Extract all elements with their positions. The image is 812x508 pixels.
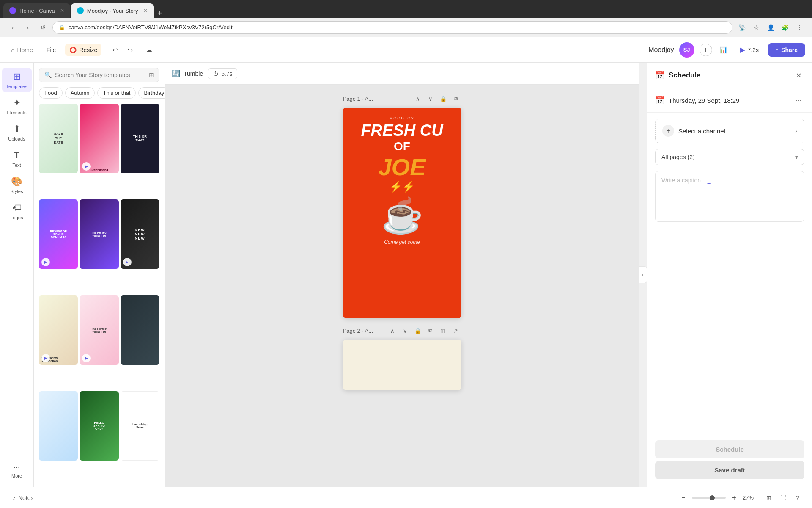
page-2-delete[interactable]: 🗑 bbox=[438, 325, 449, 336]
page-1-lock[interactable]: 🔒 bbox=[438, 93, 449, 104]
template-card-2[interactable]: Secondhand ▶ bbox=[80, 104, 118, 173]
hide-sidebar-toggle[interactable]: ‹ bbox=[639, 266, 647, 283]
refresh-button[interactable]: ↺ bbox=[37, 22, 49, 33]
tab-moodjoy[interactable]: Moodjoy - Your Story ✕ bbox=[71, 3, 154, 18]
forward-button[interactable]: › bbox=[22, 22, 34, 33]
play-button[interactable]: ▶ 7.2s bbox=[736, 43, 763, 56]
sidebar-item-text[interactable]: T Text bbox=[2, 146, 32, 171]
select-channel-button[interactable]: + Select a channel › bbox=[655, 119, 804, 143]
page-1-collapse[interactable]: ∨ bbox=[425, 93, 436, 104]
tab-home[interactable]: Home - Canva ✕ bbox=[3, 3, 70, 18]
schedule-button[interactable]: Schedule bbox=[655, 440, 804, 458]
page-2-expand[interactable]: ∧ bbox=[387, 325, 398, 336]
page-2-duplicate[interactable]: ⧉ bbox=[425, 325, 436, 336]
template-card-8[interactable]: The PerfectWhite Tee ▶ bbox=[80, 295, 118, 365]
schedule-panel: 📅 Schedule ✕ 📅 Thursday, 29 Sept, 18:29 … bbox=[647, 63, 812, 487]
save-button[interactable]: ☁ bbox=[142, 43, 156, 57]
resize-icon: ⭕ bbox=[69, 47, 77, 53]
search-bar[interactable]: 🔍 ⊞ bbox=[39, 68, 159, 82]
analytics-button[interactable]: 📊 bbox=[717, 43, 731, 57]
styles-icon: 🎨 bbox=[11, 176, 22, 187]
new-tab-button[interactable]: + bbox=[158, 9, 162, 18]
tag-food[interactable]: Food bbox=[39, 87, 63, 99]
play-badge-6: ▶ bbox=[123, 258, 132, 266]
template-card-12[interactable]: LaunchingSoon bbox=[121, 391, 159, 461]
resize-button[interactable]: ⭕ Resize bbox=[65, 44, 102, 56]
tab-close-home[interactable]: ✕ bbox=[60, 8, 64, 14]
tag-birthday[interactable]: Birthday bbox=[138, 87, 165, 99]
tool-name-display: 🔄 Tumble bbox=[172, 69, 203, 77]
sidebar-item-uploads[interactable]: ⬆ Uploads bbox=[2, 120, 32, 145]
template-card-5[interactable]: The PerfectWhite Tee bbox=[80, 199, 118, 269]
page-2-header: Page 2 - A... ∧ ∨ 🔒 ⧉ 🗑 ↗ bbox=[343, 325, 461, 336]
template-card-4[interactable]: REVIEW OFSONUSBONUM 10 ▶ bbox=[39, 199, 78, 269]
page-2-share[interactable]: ↗ bbox=[450, 325, 461, 336]
text-icon: T bbox=[14, 150, 19, 161]
template-card-1[interactable]: SAVETHEDATE bbox=[39, 104, 78, 173]
notes-button[interactable]: ♪ Notes bbox=[8, 492, 38, 504]
back-button[interactable]: ‹ bbox=[7, 22, 19, 33]
elements-icon: ✦ bbox=[13, 97, 21, 108]
zoom-slider[interactable] bbox=[692, 497, 726, 499]
template-card-7[interactable]: EyeshadowApplication ▶ bbox=[39, 295, 78, 365]
tag-autumn[interactable]: Autumn bbox=[65, 87, 95, 99]
address-bar[interactable]: 🔒 canva.com/design/DAFNVetRTV8/J1WoMZtkP… bbox=[52, 21, 732, 34]
channel-plus-icon: + bbox=[662, 125, 674, 137]
zoom-out-button[interactable]: − bbox=[678, 493, 689, 503]
template-card-10[interactable] bbox=[39, 391, 78, 461]
schedule-close-button[interactable]: ✕ bbox=[793, 69, 804, 81]
canvas-page-2[interactable] bbox=[343, 340, 461, 390]
page-1-expand[interactable]: ∧ bbox=[412, 93, 423, 104]
page-2-lock[interactable]: 🔒 bbox=[412, 325, 423, 336]
save-draft-button[interactable]: Save draft bbox=[655, 461, 804, 479]
template-card-9[interactable] bbox=[121, 295, 159, 365]
page-2-collapse[interactable]: ∨ bbox=[400, 325, 411, 336]
canvas-page-1[interactable]: MOODJOY FRESH CU OF JOE ⚡⚡ ☕ Come get so… bbox=[343, 108, 461, 318]
search-input[interactable] bbox=[55, 72, 145, 78]
fullscreen-button[interactable]: ⛶ bbox=[777, 492, 789, 504]
add-collaborator-button[interactable]: + bbox=[700, 44, 712, 56]
redo-button[interactable]: ↪ bbox=[123, 43, 137, 57]
help-button[interactable]: ? bbox=[792, 492, 804, 504]
page-2-controls: ∧ ∨ 🔒 ⧉ 🗑 ↗ bbox=[387, 325, 461, 336]
schedule-header-icon: 📅 bbox=[655, 71, 664, 80]
grid-view-button[interactable]: ⊞ bbox=[763, 492, 775, 504]
filter-icon[interactable]: ⊞ bbox=[149, 72, 154, 78]
pages-dropdown-icon: ▾ bbox=[795, 154, 798, 160]
pages-label: All pages (2) bbox=[661, 154, 795, 160]
schedule-more-button[interactable]: ··· bbox=[793, 94, 804, 106]
undo-button[interactable]: ↩ bbox=[108, 43, 122, 57]
canvas-joe: JOE bbox=[378, 153, 425, 181]
file-button[interactable]: File bbox=[42, 44, 60, 56]
tag-this-or-that[interactable]: This or that bbox=[97, 87, 136, 99]
bottom-right-icons: ⊞ ⛶ ? bbox=[763, 492, 804, 504]
home-button[interactable]: ⌂ Home bbox=[7, 44, 37, 56]
share-button[interactable]: ↑ Share bbox=[768, 43, 805, 57]
bottom-bar: ♪ Notes − + 27% ⊞ ⛶ ? bbox=[0, 487, 812, 508]
sidebar-item-logos[interactable]: 🏷 Logos bbox=[2, 199, 32, 224]
sidebar-item-more[interactable]: ··· More bbox=[2, 458, 32, 482]
sidebar-item-templates[interactable]: ⊞ Templates bbox=[2, 68, 32, 92]
app-header: ⌂ Home File ⭕ Resize ↩ ↪ ☁ Moodjoy SJ + … bbox=[0, 37, 812, 63]
tab-close-moodjoy[interactable]: ✕ bbox=[143, 8, 148, 14]
extensions-icon[interactable]: 🧩 bbox=[779, 22, 791, 33]
bookmark-icon[interactable]: ☆ bbox=[750, 22, 762, 33]
caption-area[interactable]: Write a caption... _ bbox=[655, 171, 804, 222]
page-1-duplicate[interactable]: ⧉ bbox=[450, 93, 461, 104]
canvas-tagline: Come get some bbox=[384, 239, 420, 245]
template-card-11[interactable]: HELLOSPRINGONLY bbox=[80, 391, 118, 461]
pages-dropdown[interactable]: All pages (2) ▾ bbox=[655, 149, 804, 165]
sidebar-item-elements[interactable]: ✦ Elements bbox=[2, 94, 32, 119]
template-card-3[interactable]: THIS ORTHAT bbox=[121, 104, 159, 173]
zoom-in-button[interactable]: + bbox=[729, 493, 739, 503]
template-card-6[interactable]: NEWNEWNEW ▶ bbox=[121, 199, 159, 269]
avatar[interactable]: SJ bbox=[679, 42, 694, 58]
cast-icon[interactable]: 📡 bbox=[736, 22, 748, 33]
sidebar-item-styles[interactable]: 🎨 Styles bbox=[2, 173, 32, 197]
profile-icon[interactable]: 👤 bbox=[765, 22, 776, 33]
canvas-scroll[interactable]: Page 1 - A... ∧ ∨ 🔒 ⧉ MOODJOY FRESH CU O… bbox=[165, 85, 639, 487]
filter-tags: Food Autumn This or that Birthday › bbox=[34, 86, 165, 102]
duration-control[interactable]: ⏱ 5.7s bbox=[208, 68, 237, 79]
zoom-thumb bbox=[710, 495, 715, 500]
menu-icon[interactable]: ⋮ bbox=[793, 22, 805, 33]
